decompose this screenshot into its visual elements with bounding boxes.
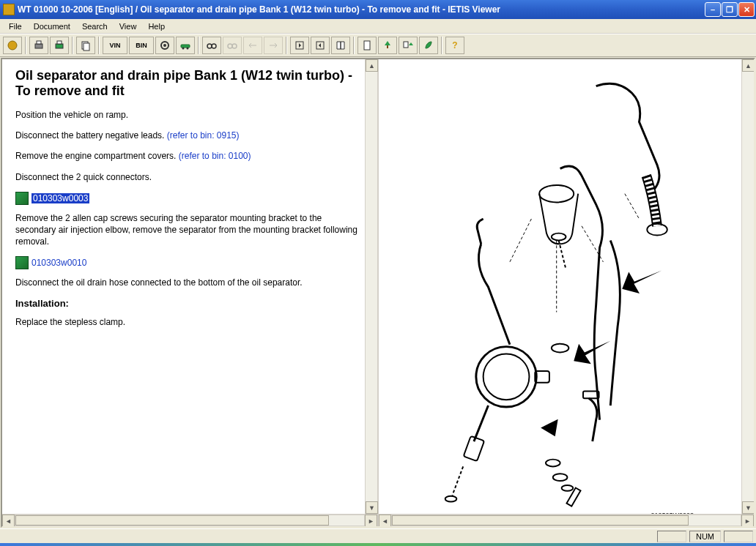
- doc-h3: Installation:: [15, 298, 364, 309]
- gear-button[interactable]: [155, 37, 174, 54]
- link-bin-0915[interactable]: (refer to bin: 0915): [167, 130, 240, 141]
- scroll-down-icon[interactable]: ▼: [742, 501, 755, 514]
- svg-point-13: [212, 44, 216, 48]
- menu-help[interactable]: Help: [142, 20, 171, 32]
- svg-rect-9: [181, 45, 190, 48]
- car-button[interactable]: [176, 37, 195, 54]
- thumb-icon: [15, 256, 29, 269]
- text-pane: Oil separator and drain pipe Bank 1 (W12…: [2, 59, 379, 526]
- back-button[interactable]: [290, 37, 309, 54]
- image-code[interactable]: 010303w0010: [32, 258, 86, 268]
- figure-pane: 010303W0008 ▲ ▼ ◄ ►: [379, 59, 754, 526]
- svg-point-14: [228, 44, 232, 48]
- home-button[interactable]: [3, 37, 22, 54]
- doc-p6: Disconnect the oil drain hose connected …: [15, 277, 364, 288]
- svg-text:?: ?: [452, 40, 457, 51]
- menu-document[interactable]: Document: [28, 20, 76, 32]
- binoculars-button[interactable]: [202, 37, 221, 54]
- print-color-button[interactable]: [50, 37, 69, 54]
- status-empty2: [724, 531, 753, 542]
- menu-search[interactable]: Search: [76, 20, 114, 32]
- svg-rect-18: [364, 41, 370, 50]
- svg-point-26: [483, 354, 530, 400]
- toolbar: VIN BIN ?: [0, 34, 756, 57]
- svg-point-31: [553, 474, 568, 481]
- scroll-down-icon[interactable]: ▼: [366, 501, 378, 514]
- image-code-selected[interactable]: 010303w0003: [32, 193, 89, 203]
- svg-point-25: [476, 347, 536, 407]
- vin-button[interactable]: VIN: [103, 37, 127, 54]
- svg-point-12: [207, 44, 212, 48]
- doc-p4: Disconnect the 2 quick connectors.: [15, 171, 364, 183]
- text-pane-hscroll[interactable]: ◄ ►: [2, 514, 377, 526]
- link-bin-0100[interactable]: (refer to bin: 0100): [179, 151, 251, 161]
- content-area: Oil separator and drain pipe Bank 1 (W12…: [1, 58, 755, 528]
- close-button[interactable]: ✕: [738, 2, 755, 17]
- new-doc-button[interactable]: [357, 37, 377, 54]
- svg-rect-2: [37, 41, 41, 44]
- book-button[interactable]: [331, 37, 350, 54]
- status-empty: [657, 531, 686, 542]
- tree-button[interactable]: [378, 37, 397, 54]
- svg-rect-20: [404, 42, 408, 48]
- svg-point-11: [187, 48, 189, 50]
- svg-point-10: [182, 48, 185, 50]
- app-icon: [3, 4, 15, 15]
- menu-view[interactable]: View: [114, 20, 143, 32]
- thumb-icon: [15, 192, 29, 205]
- svg-rect-4: [57, 41, 62, 44]
- doc-p3: Remove the engine compartment covers. (r…: [15, 150, 364, 162]
- svg-rect-3: [56, 44, 63, 48]
- nav-dim1-button[interactable]: [243, 37, 262, 54]
- scroll-right-icon[interactable]: ►: [741, 515, 754, 527]
- maximize-button[interactable]: ❐: [722, 2, 738, 17]
- tree-doc-button[interactable]: [399, 37, 418, 54]
- diagram-svg: [395, 71, 697, 514]
- doc-p1: Position the vehicle on ramp.: [15, 109, 364, 121]
- svg-point-15: [232, 44, 237, 48]
- svg-point-30: [546, 460, 560, 467]
- scroll-right-icon[interactable]: ►: [365, 515, 377, 527]
- scroll-up-icon[interactable]: ▲: [742, 59, 755, 72]
- bin-button[interactable]: BIN: [129, 37, 154, 54]
- text-pane-vscroll[interactable]: ▲ ▼: [365, 59, 377, 514]
- doc-p5: Remove the 2 allen cap screws securing t…: [15, 212, 364, 248]
- menu-file[interactable]: File: [3, 20, 28, 32]
- svg-rect-6: [84, 43, 89, 51]
- svg-point-23: [539, 185, 574, 203]
- leaf-button[interactable]: [419, 37, 438, 54]
- svg-rect-19: [387, 45, 388, 48]
- svg-point-32: [562, 485, 574, 491]
- svg-point-8: [163, 44, 166, 47]
- menubar: File Document Search View Help: [0, 19, 756, 34]
- doc-p7: Replace the stepless clamp.: [15, 316, 364, 328]
- svg-point-24: [552, 233, 566, 241]
- minimize-button[interactable]: –: [705, 2, 721, 17]
- taskbar-hint: [0, 543, 756, 546]
- figure-pane-vscroll[interactable]: ▲ ▼: [741, 59, 754, 514]
- figure: 010303W0008: [392, 68, 700, 514]
- scroll-up-icon[interactable]: ▲: [366, 59, 378, 72]
- image-ref-2[interactable]: 010303w0010: [15, 256, 86, 269]
- figure-pane-hscroll[interactable]: ◄ ►: [379, 514, 754, 526]
- figure-body: 010303W0008: [379, 59, 754, 514]
- scroll-left-icon[interactable]: ◄: [2, 515, 15, 527]
- window-title: WT 01000 10-2006 [English] / Oil separat…: [18, 4, 705, 15]
- statusbar: NUM: [0, 528, 756, 543]
- status-num: NUM: [689, 531, 721, 542]
- image-ref-1[interactable]: 010303w0003: [15, 192, 89, 205]
- svg-point-34: [552, 344, 569, 353]
- svg-rect-1: [35, 44, 42, 48]
- copy-button[interactable]: [76, 37, 95, 54]
- nav-dim2-button[interactable]: [264, 37, 283, 54]
- binoculars-dim-button[interactable]: [223, 37, 242, 54]
- forward-button[interactable]: [311, 37, 330, 54]
- help-button[interactable]: ?: [445, 37, 464, 54]
- scroll-left-icon[interactable]: ◄: [379, 515, 391, 527]
- titlebar: WT 01000 10-2006 [English] / Oil separat…: [0, 0, 756, 19]
- doc-heading: Oil separator and drain pipe Bank 1 (W12…: [15, 68, 364, 99]
- doc-p2: Disconnect the battery negative leads. (…: [15, 130, 364, 141]
- print-button[interactable]: [29, 37, 48, 54]
- document-body: Oil separator and drain pipe Bank 1 (W12…: [2, 59, 377, 514]
- svg-point-0: [8, 41, 17, 50]
